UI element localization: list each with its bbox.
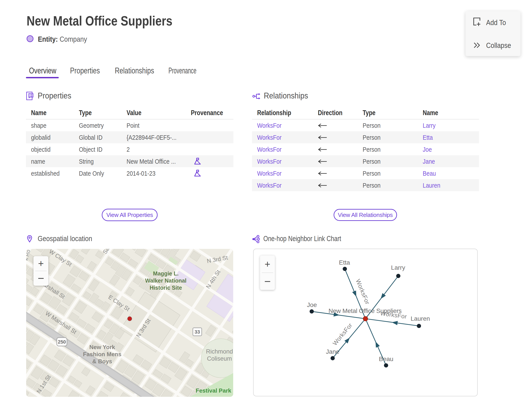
svg-text:Jane: Jane <box>326 348 339 355</box>
svg-text:WorksFor: WorksFor <box>354 278 371 305</box>
svg-text:Walker National: Walker National <box>145 277 187 284</box>
svg-text:Lauren: Lauren <box>411 315 430 322</box>
svg-text:Joe: Joe <box>307 301 317 308</box>
svg-text:New York: New York <box>89 344 115 351</box>
svg-text:Historic Site: Historic Site <box>150 284 182 291</box>
svg-text:Beau: Beau <box>379 356 393 362</box>
svg-text:Maggie L.: Maggie L. <box>153 270 179 277</box>
svg-text:Fashion Mens: Fashion Mens <box>83 351 121 358</box>
svg-text:33: 33 <box>195 329 200 335</box>
svg-text:Larry: Larry <box>391 264 405 271</box>
svg-text:WorksFor: WorksFor <box>331 322 353 347</box>
svg-text:& Boys: & Boys <box>92 358 112 365</box>
svg-text:Coliseum: Coliseum <box>207 355 232 362</box>
svg-text:WorksFor: WorksFor <box>380 310 407 320</box>
svg-text:Richmond: Richmond <box>206 348 233 355</box>
svg-text:Festival Park: Festival Park <box>196 387 231 394</box>
svg-text:Etta: Etta <box>339 259 350 266</box>
svg-text:250: 250 <box>58 339 66 345</box>
